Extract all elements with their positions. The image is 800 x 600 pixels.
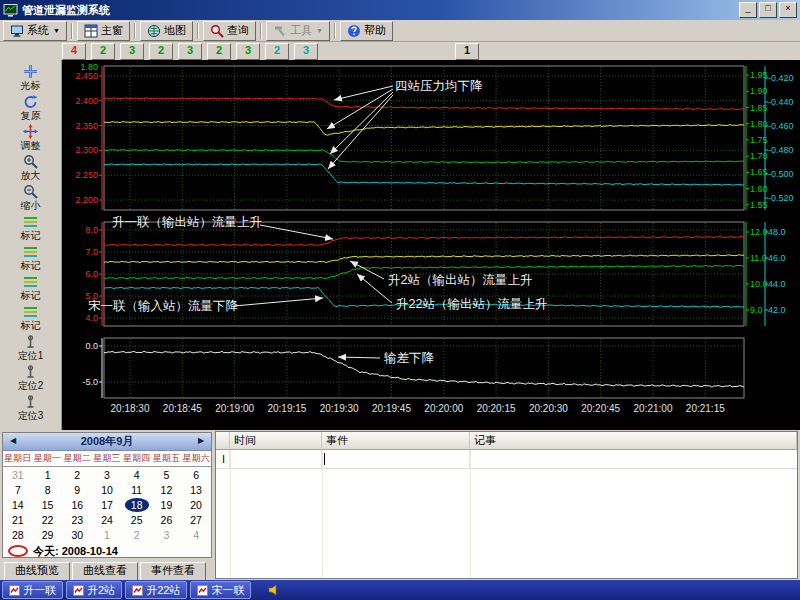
calendar-day[interactable]: 14 [3,499,33,511]
tool-mark-1[interactable]: 标记 [3,213,59,243]
table-row[interactable]: I [216,450,797,469]
taskbar-item-sheng22zhan[interactable]: 升22站 [125,581,187,599]
calendar-day[interactable]: 15 [33,499,63,511]
calendar-day[interactable]: 11 [122,484,152,496]
calendar-prev-button[interactable]: ◀ [6,435,20,447]
calendar-day[interactable]: 2 [122,529,152,541]
minimize-button[interactable]: _ [739,2,757,18]
event-table-header: 时间事件记事 [216,432,797,450]
pipeline-monitor-window: 管道泄漏监测系统 _□× 系统▼主窗地图查询工具▼帮助 4232323231 光… [0,0,800,600]
column-header-2[interactable]: 事件 [322,432,470,450]
calendar-day[interactable]: 7 [3,484,33,496]
calendar-day-selected[interactable]: 18 [122,499,152,511]
calendar-day[interactable]: 2 [62,469,92,481]
curve-view-button[interactable]: 曲线查看 [72,562,138,581]
app-icon [3,3,18,18]
calendar-day[interactable]: 1 [33,469,63,481]
menu-system[interactable]: 系统▼ [3,21,67,41]
calendar-day[interactable]: 25 [122,514,152,526]
toolbar-separator [197,23,199,39]
station-button-2[interactable]: 2 [91,43,115,60]
tool-adjust[interactable]: 调整 [3,123,59,153]
cell-note[interactable] [470,450,797,468]
station-button-4[interactable]: 2 [149,43,173,60]
menu-help[interactable]: 帮助 [340,21,393,41]
station-button-10[interactable]: 1 [455,43,479,60]
station-button-8[interactable]: 2 [265,43,289,60]
tool-zoom-out[interactable]: 缩小 [3,183,59,213]
calendar-day[interactable]: 4 [122,469,152,481]
calendar-day[interactable]: 17 [92,499,122,511]
calendar-day[interactable]: 6 [181,469,211,481]
taskbar-item-shengyilian[interactable]: 升一联 [2,581,63,599]
calendar-day[interactable]: 3 [152,529,182,541]
menu-tools[interactable]: 工具▼ [266,21,330,41]
station-button-5[interactable]: 3 [178,43,202,60]
tool-mark-2[interactable]: 标记 [3,243,59,273]
calendar-day[interactable]: 29 [33,529,63,541]
menu-main-window[interactable]: 主窗 [77,21,130,41]
maximize-button[interactable]: □ [759,2,777,18]
column-header-1[interactable]: 时间 [230,432,322,450]
menu-query-label: 查询 [227,23,249,38]
column-header-3[interactable]: 记事 [470,432,797,450]
cell-time[interactable] [230,450,322,468]
calendar-day[interactable]: 24 [92,514,122,526]
tool-mark-4[interactable]: 标记 [3,303,59,333]
map-icon [147,24,161,38]
taskbar-item-sheng22zhan-label: 升22站 [146,583,180,598]
curve-preview-button[interactable]: 曲线预览 [4,562,70,581]
calendar-day[interactable]: 16 [62,499,92,511]
calendar-day[interactable]: 22 [33,514,63,526]
station-button-3[interactable]: 3 [120,43,144,60]
calendar-day[interactable]: 3 [92,469,122,481]
today-marker-icon [8,545,28,557]
cell-event[interactable] [322,450,470,468]
calendar-day[interactable]: 5 [152,469,182,481]
toolbar-separator [71,23,73,39]
close-button[interactable]: × [779,2,797,18]
station-button-7[interactable]: 3 [236,43,260,60]
calendar-day[interactable]: 19 [152,499,182,511]
calendar-day[interactable]: 4 [181,529,211,541]
station-button-9[interactable]: 3 [294,43,318,60]
tool-restore[interactable]: 复原 [3,93,59,123]
menu-query[interactable]: 查询 [203,21,256,41]
station-button-6[interactable]: 2 [207,43,231,60]
calendar-day[interactable]: 20 [181,499,211,511]
column-gridline [230,450,231,578]
calendar-day[interactable]: 13 [181,484,211,496]
trend-chart[interactable]: 2.4502.4002.3502.3002.2502.2001.951.901.… [62,60,800,430]
tool-zoom-in[interactable]: 放大 [3,153,59,183]
tool-locate-3[interactable]: 定位3 [3,393,59,423]
event-view-button[interactable]: 事件查看 [140,562,206,581]
tool-locate-2[interactable]: 定位2 [3,363,59,393]
station-button-1[interactable]: 4 [62,43,86,60]
zoom-in-icon [23,154,38,169]
calendar-day[interactable]: 12 [152,484,182,496]
calendar-day[interactable]: 8 [33,484,63,496]
calendar-day[interactable]: 27 [181,514,211,526]
calendar-day[interactable]: 21 [3,514,33,526]
menu-tools-label: 工具 [290,23,312,38]
calendar-day[interactable]: 10 [92,484,122,496]
calendar-today-row[interactable]: 今天: 2008-10-14 [3,542,211,560]
menu-map[interactable]: 地图 [140,21,193,41]
taskbar-item-songyilian[interactable]: 宋一联 [190,581,251,599]
calendar-day[interactable]: 30 [62,529,92,541]
calendar-day[interactable]: 23 [62,514,92,526]
tool-cursor[interactable]: 光标 [3,63,59,93]
svg-text:20:21:00: 20:21:00 [634,403,673,414]
svg-text:6.0: 6.0 [85,269,98,279]
calendar-next-button[interactable]: ▶ [194,435,208,447]
calendar-day[interactable]: 1 [92,529,122,541]
calendar-day[interactable]: 31 [3,469,33,481]
calendar-day[interactable]: 26 [152,514,182,526]
menu-main-window-label: 主窗 [101,23,123,38]
taskbar-item-sheng2zhan[interactable]: 升2站 [66,581,122,599]
tool-locate-1[interactable]: 定位1 [3,333,59,363]
query-icon [210,24,224,38]
calendar-day[interactable]: 9 [62,484,92,496]
tool-mark-3[interactable]: 标记 [3,273,59,303]
calendar-day[interactable]: 28 [3,529,33,541]
